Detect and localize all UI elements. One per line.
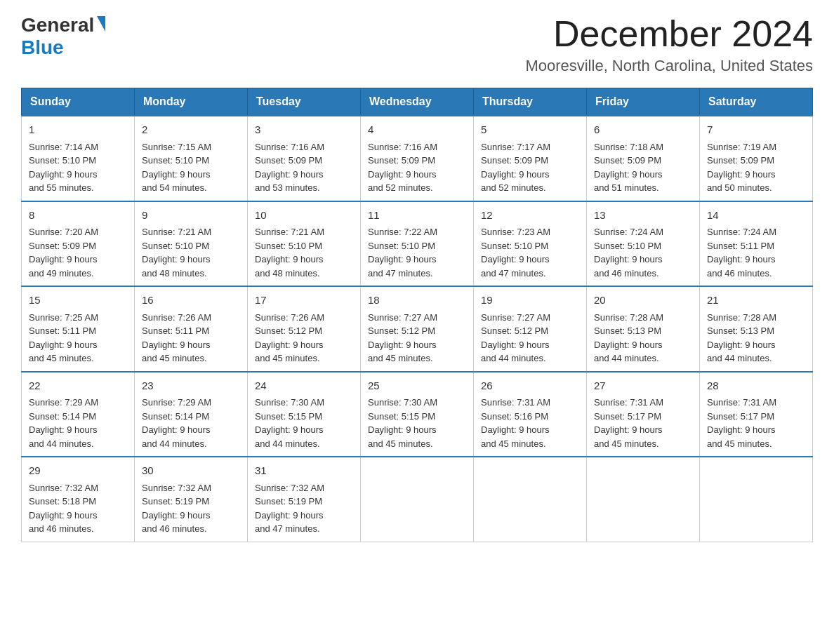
- calendar-cell: 28Sunrise: 7:31 AMSunset: 5:17 PMDayligh…: [700, 372, 813, 457]
- calendar-cell: 4Sunrise: 7:16 AMSunset: 5:09 PMDaylight…: [361, 116, 474, 201]
- calendar-cell: [587, 457, 700, 542]
- daylight-text: Daylight: 9 hours: [142, 254, 211, 264]
- daylight-text: Daylight: 9 hours: [594, 169, 663, 180]
- sunset-text: Sunset: 5:19 PM: [142, 496, 209, 507]
- daylight-text: Daylight: 9 hours: [142, 169, 211, 180]
- sunrise-text: Sunrise: 7:27 AM: [481, 312, 550, 323]
- calendar-cell: 8Sunrise: 7:20 AMSunset: 5:09 PMDaylight…: [22, 201, 135, 287]
- calendar-cell: 30Sunrise: 7:32 AMSunset: 5:19 PMDayligh…: [135, 457, 248, 542]
- daylight-text: Daylight: 9 hours: [368, 424, 437, 435]
- title-section: December 2024 Mooresville, North Carolin…: [525, 14, 813, 75]
- daylight-text: Daylight: 9 hours: [707, 340, 776, 350]
- sunrise-text: Sunrise: 7:32 AM: [29, 483, 98, 493]
- daylight-text: Daylight: 9 hours: [594, 424, 663, 435]
- daylight-minutes: and 45 minutes.: [368, 438, 433, 449]
- day-number: 21: [707, 293, 805, 309]
- daylight-minutes: and 48 minutes.: [255, 268, 320, 279]
- calendar-week-row: 29Sunrise: 7:32 AMSunset: 5:18 PMDayligh…: [22, 457, 813, 542]
- daylight-minutes: and 44 minutes.: [594, 353, 659, 363]
- day-number: 31: [255, 463, 353, 479]
- daylight-text: Daylight: 9 hours: [255, 424, 324, 435]
- sunrise-text: Sunrise: 7:21 AM: [255, 227, 324, 237]
- sunset-text: Sunset: 5:10 PM: [29, 155, 96, 166]
- sunrise-text: Sunrise: 7:24 AM: [594, 227, 663, 237]
- day-number: 26: [481, 378, 579, 394]
- col-header-saturday: Saturday: [700, 88, 813, 116]
- day-number: 13: [594, 208, 692, 224]
- daylight-minutes: and 51 minutes.: [594, 182, 659, 193]
- daylight-text: Daylight: 9 hours: [707, 424, 776, 435]
- calendar-cell: [361, 457, 474, 542]
- sunset-text: Sunset: 5:11 PM: [707, 241, 774, 251]
- daylight-minutes: and 49 minutes.: [29, 268, 94, 279]
- sunset-text: Sunset: 5:10 PM: [368, 241, 435, 251]
- sunset-text: Sunset: 5:10 PM: [142, 241, 209, 251]
- daylight-minutes: and 45 minutes.: [594, 438, 659, 449]
- day-number: 1: [29, 122, 127, 138]
- daylight-minutes: and 54 minutes.: [142, 182, 207, 193]
- calendar-week-row: 22Sunrise: 7:29 AMSunset: 5:14 PMDayligh…: [22, 372, 813, 457]
- logo-triangle-icon: [97, 16, 105, 32]
- day-number: 10: [255, 208, 353, 224]
- sunrise-text: Sunrise: 7:32 AM: [142, 483, 211, 493]
- calendar-cell: 24Sunrise: 7:30 AMSunset: 5:15 PMDayligh…: [248, 372, 361, 457]
- daylight-minutes: and 45 minutes.: [142, 353, 207, 363]
- day-number: 16: [142, 293, 240, 309]
- day-number: 19: [481, 293, 579, 309]
- calendar-cell: 3Sunrise: 7:16 AMSunset: 5:09 PMDaylight…: [248, 116, 361, 201]
- sunset-text: Sunset: 5:19 PM: [255, 496, 322, 507]
- sunrise-text: Sunrise: 7:23 AM: [481, 227, 550, 237]
- sunrise-text: Sunrise: 7:29 AM: [142, 397, 211, 408]
- calendar-cell: 13Sunrise: 7:24 AMSunset: 5:10 PMDayligh…: [587, 201, 700, 287]
- sunrise-text: Sunrise: 7:16 AM: [255, 142, 324, 152]
- daylight-minutes: and 52 minutes.: [481, 182, 546, 193]
- daylight-text: Daylight: 9 hours: [594, 254, 663, 264]
- daylight-minutes: and 45 minutes.: [707, 438, 772, 449]
- day-number: 30: [142, 463, 240, 479]
- daylight-text: Daylight: 9 hours: [29, 169, 98, 180]
- daylight-minutes: and 47 minutes.: [368, 268, 433, 279]
- logo-general-text: General: [21, 14, 94, 36]
- daylight-minutes: and 48 minutes.: [142, 268, 207, 279]
- calendar-cell: 14Sunrise: 7:24 AMSunset: 5:11 PMDayligh…: [700, 201, 813, 287]
- sunrise-text: Sunrise: 7:28 AM: [594, 312, 663, 323]
- daylight-minutes: and 45 minutes.: [255, 353, 320, 363]
- daylight-text: Daylight: 9 hours: [29, 340, 98, 350]
- sunset-text: Sunset: 5:09 PM: [594, 155, 661, 166]
- day-number: 8: [29, 208, 127, 224]
- sunrise-text: Sunrise: 7:20 AM: [29, 227, 98, 237]
- day-number: 7: [707, 122, 805, 138]
- daylight-text: Daylight: 9 hours: [142, 510, 211, 521]
- sunset-text: Sunset: 5:11 PM: [29, 326, 96, 336]
- sunrise-text: Sunrise: 7:25 AM: [29, 312, 98, 323]
- sunrise-text: Sunrise: 7:22 AM: [368, 227, 437, 237]
- day-number: 5: [481, 122, 579, 138]
- day-number: 9: [142, 208, 240, 224]
- daylight-minutes: and 45 minutes.: [481, 438, 546, 449]
- daylight-text: Daylight: 9 hours: [255, 169, 324, 180]
- calendar-cell: 31Sunrise: 7:32 AMSunset: 5:19 PMDayligh…: [248, 457, 361, 542]
- sunrise-text: Sunrise: 7:14 AM: [29, 142, 98, 152]
- day-number: 2: [142, 122, 240, 138]
- calendar-cell: 11Sunrise: 7:22 AMSunset: 5:10 PMDayligh…: [361, 201, 474, 287]
- sunset-text: Sunset: 5:10 PM: [594, 241, 661, 251]
- sunset-text: Sunset: 5:09 PM: [255, 155, 322, 166]
- daylight-text: Daylight: 9 hours: [481, 169, 550, 180]
- calendar-cell: 23Sunrise: 7:29 AMSunset: 5:14 PMDayligh…: [135, 372, 248, 457]
- day-number: 6: [594, 122, 692, 138]
- sunrise-text: Sunrise: 7:29 AM: [29, 397, 98, 408]
- daylight-minutes: and 46 minutes.: [707, 268, 772, 279]
- sunset-text: Sunset: 5:10 PM: [142, 155, 209, 166]
- daylight-text: Daylight: 9 hours: [255, 340, 324, 350]
- calendar-cell: 20Sunrise: 7:28 AMSunset: 5:13 PMDayligh…: [587, 286, 700, 372]
- daylight-text: Daylight: 9 hours: [368, 169, 437, 180]
- calendar-cell: [474, 457, 587, 542]
- daylight-minutes: and 46 minutes.: [594, 268, 659, 279]
- col-header-wednesday: Wednesday: [361, 88, 474, 116]
- sunset-text: Sunset: 5:14 PM: [29, 411, 96, 422]
- page-header: General Blue December 2024 Mooresville, …: [21, 14, 813, 75]
- daylight-text: Daylight: 9 hours: [255, 510, 324, 521]
- daylight-minutes: and 44 minutes.: [29, 438, 94, 449]
- day-number: 22: [29, 378, 127, 394]
- calendar-cell: 6Sunrise: 7:18 AMSunset: 5:09 PMDaylight…: [587, 116, 700, 201]
